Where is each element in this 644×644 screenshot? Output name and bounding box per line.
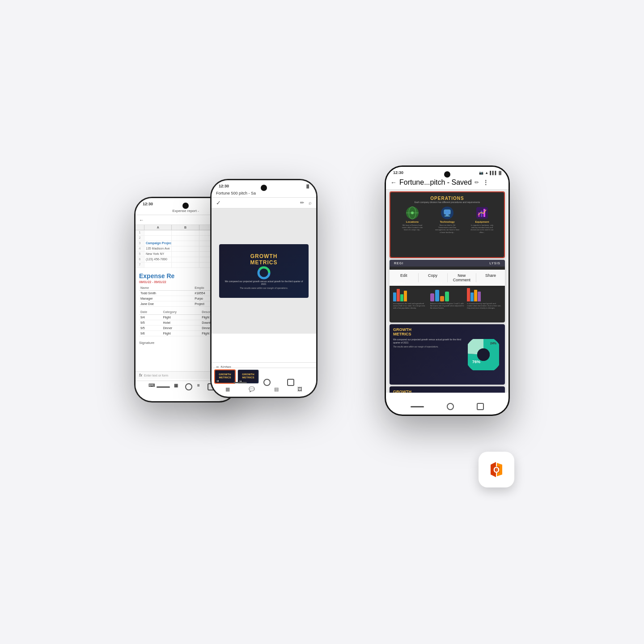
phone-middle-notch (261, 185, 267, 191)
region-header: REGI LYSIS (390, 260, 505, 267)
technology-visual (441, 206, 454, 220)
nav-back-btn-mid[interactable] (233, 382, 247, 383)
nav-recents-btn-right[interactable] (477, 403, 484, 410)
cube-2d (445, 292, 449, 301)
cube-2c (440, 296, 444, 301)
ops-subtitle: Each company division has different proc… (395, 201, 500, 203)
wifi-right-icon: ▲ (485, 171, 488, 175)
slide-growth-bars[interactable]: GROWTHMETRICS We compared our projected … (390, 386, 505, 393)
col-category: Category (162, 309, 201, 315)
battery-middle-icon: ▓ (306, 184, 309, 188)
slide-growth-pie[interactable]: GROWTHMETRICS We compared our projected … (390, 324, 505, 385)
check-icon[interactable]: ✓ (216, 199, 221, 206)
technology-desc: Since we deal in Oil Transmission and Ga… (435, 224, 460, 233)
bar-1c (400, 294, 403, 301)
region-slide-content: REGI LYSIS Edit Copy New Comment Share (390, 260, 505, 322)
scene: 12:30 ▲ ▌▌▌ ▓ Expense report - ← ✏ ⌕ (121, 121, 523, 523)
svg-text:GROWTH: GROWTH (219, 373, 231, 376)
region1-bars (393, 285, 428, 301)
formula-input[interactable]: Enter text or form (144, 374, 168, 377)
nav-back-btn[interactable] (157, 386, 170, 388)
col-b: B (172, 225, 199, 230)
phone-left-notch (182, 203, 189, 209)
growth-bars-content: GROWTHMETRICS We compared our projected … (390, 386, 505, 393)
technology-label: Technology (440, 220, 454, 223)
pie-76-label: 76% (472, 360, 480, 364)
bar-3d (478, 292, 481, 301)
ppt-middle-title: Fortune 500 pitch - Sa (216, 191, 256, 195)
svg-rect-15 (445, 216, 450, 216)
svg-text:GROWTH: GROWTH (242, 373, 254, 376)
excel-file-title: Expense report - (172, 209, 199, 213)
region3-desc: is characterized by rapid growth and mar… (467, 302, 501, 309)
region-col-3: REGION 3 is characterized by rapid growt… (467, 282, 501, 309)
svg-rect-18 (481, 211, 483, 217)
growth-donut-chart (257, 266, 271, 280)
ops-icons-row: Locations We have a Division head center… (395, 206, 500, 233)
pie-chart: 24% 76% (468, 339, 499, 370)
draw-pen-icon[interactable]: ✏ (300, 200, 304, 206)
context-copy-btn[interactable]: Copy (419, 272, 447, 283)
ms-office-logo: O (485, 458, 508, 481)
pencil-header-icon[interactable]: ✏ (475, 179, 479, 186)
ops-title: OPERATIONS (395, 196, 500, 201)
growth-pie-note: The results were within our margin of ex… (393, 346, 463, 348)
ops-icon-equipment: Equipment In regards to hardware, only i… (470, 206, 495, 233)
battery-right-icon: ▓ (499, 171, 501, 175)
cube-2b (435, 290, 439, 301)
growth-pie-left: GROWTHMETRICS We compared our projected … (393, 328, 463, 381)
ops-inner: OPERATIONS Each company division has dif… (390, 192, 504, 239)
status-icons-middle: ▓ (306, 184, 309, 188)
status-time-right: 12:30 (393, 170, 403, 175)
svg-rect-14 (446, 214, 449, 216)
slide-regional[interactable]: REGI LYSIS Edit Copy New Comment Share (390, 260, 505, 322)
growth-bars-title: GROWTHMETRICS (393, 390, 463, 393)
phone-right-notch (444, 171, 450, 178)
growth-pie-content: GROWTHMETRICS We compared our projected … (390, 324, 505, 385)
back-arrow-right[interactable]: ← (390, 179, 397, 186)
col-name: Name (139, 285, 193, 291)
context-share-btn[interactable]: Share (476, 272, 505, 283)
ops-icon-technology: Technology Since we deal in Oil Transmis… (435, 206, 460, 233)
ppt-middle-toolbar: ✓ ✏ ⌕ (212, 198, 316, 208)
locations-desc: We have a Division head center office lo… (400, 224, 425, 231)
bar-3b (470, 292, 474, 301)
col-a: A (144, 225, 172, 230)
nav-recents-btn-mid[interactable] (287, 379, 294, 386)
growth-slide-subtitle2: METRICS (250, 259, 278, 266)
fx-label: fx (139, 373, 142, 377)
region-col-2: REGION 2 behaves in between Regions 1 an… (430, 282, 465, 309)
region-title-right: LYSIS (489, 262, 500, 265)
phone-right-screen: 12:30 📷 ▲ ▌▌▌ ▓ ← Fortune...pitch - Save… (386, 167, 508, 415)
nav-home-btn[interactable] (185, 383, 192, 390)
nav-home-btn-right[interactable] (447, 403, 454, 410)
phone-right-nav (386, 400, 508, 413)
nav-home-btn-mid[interactable] (263, 379, 271, 386)
context-comment-btn[interactable]: New Comment (448, 272, 476, 283)
search-icon-ppt[interactable]: ⌕ (309, 200, 312, 206)
nav-back-btn-right[interactable] (411, 406, 424, 407)
ppt-right-header: ← Fortune...pitch - Saved ✏ ⋮ (386, 176, 508, 190)
svg-rect-13 (444, 210, 450, 214)
equipment-label: Equipment (475, 220, 489, 223)
status-time-middle: 12:30 (219, 184, 229, 188)
region3-bars (467, 285, 501, 301)
bar-3c (474, 290, 477, 301)
more-header-icon[interactable]: ⋮ (483, 179, 489, 186)
back-arrow-icon[interactable]: ← (139, 217, 144, 223)
context-edit-btn[interactable]: Edit (390, 272, 418, 283)
slide-operations[interactable]: OPERATIONS Each company division has dif… (390, 191, 505, 258)
region2-desc: behaves in between Regions 1 and 3, with… (430, 302, 465, 309)
context-menu: Edit Copy New Comment Share (390, 270, 505, 286)
bar-3a (467, 288, 470, 301)
slides-scroll-area[interactable]: OPERATIONS Each company division has dif… (386, 190, 508, 393)
pie-24-label: 24% (490, 342, 496, 345)
growth-bars-left: GROWTHMETRICS We compared our projected … (393, 390, 463, 393)
growth-slide-title: GROWTH (250, 253, 278, 259)
ppt-slide-preview-area: GROWTH METRICS We compared our projected… (212, 208, 316, 334)
phone-right: 12:30 📷 ▲ ▌▌▌ ▓ ← Fortune...pitch - Save… (385, 165, 510, 416)
bar-1b (397, 289, 400, 301)
growth-pie-title: GROWTHMETRICS (393, 328, 463, 337)
phone-middle: 12:30 ▓ Fortune 500 pitch - Sa ✓ ✏ ⌕ (210, 179, 318, 398)
region-title-left: REGI (394, 262, 403, 265)
